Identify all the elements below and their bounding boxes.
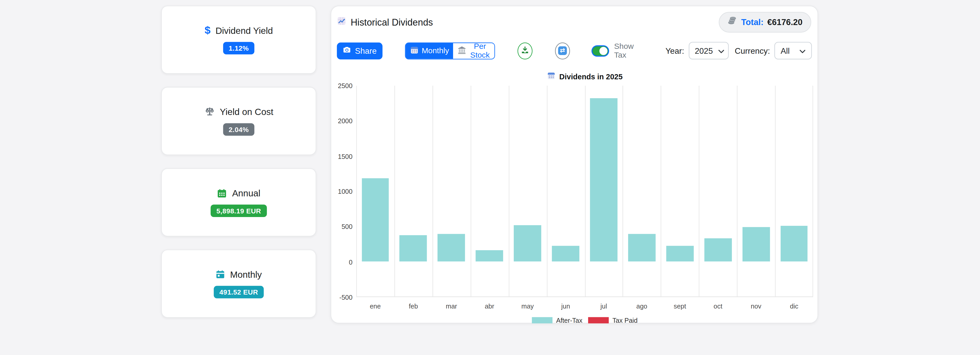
year-label: Year: — [665, 46, 684, 55]
gridline — [395, 86, 395, 297]
gridline — [813, 86, 813, 297]
gridline — [471, 86, 471, 297]
bar-after-tax-sept — [666, 246, 694, 261]
panel-title: Historical Dividends — [337, 16, 433, 28]
chart-area: 25002000150010005000-500 — [356, 86, 813, 297]
show-tax-toggle[interactable] — [592, 46, 608, 55]
toolbar: Share Monthly Per Stock — [331, 42, 817, 59]
gridline — [585, 86, 585, 297]
legend-item-tax-paid[interactable]: Tax Paid — [588, 317, 638, 324]
scale-icon — [204, 106, 215, 117]
stat-card-title: Monthly — [230, 269, 262, 279]
bar-after-tax-jul — [590, 98, 617, 261]
camera-icon — [343, 46, 352, 56]
total-label: Total: — [741, 17, 764, 27]
y-tick-label: 2000 — [332, 117, 352, 125]
stats-sidebar: $Dividend Yield1.12%Yield on Cost2.04%An… — [161, 6, 316, 318]
gridline — [356, 86, 357, 297]
total-value: €6176.20 — [767, 17, 802, 27]
y-tick-label: 2500 — [332, 82, 352, 90]
chevron-down-icon — [718, 46, 724, 55]
gridline — [547, 86, 547, 297]
stat-card-label-row: Yield on Cost — [204, 106, 274, 117]
bar-after-tax-may — [514, 225, 541, 261]
legend-label: Tax Paid — [612, 317, 638, 324]
chart-legend: After-TaxTax Paid — [356, 317, 813, 324]
stat-card-label-row: Monthly — [216, 269, 262, 279]
x-axis-labels: enefebmarabrmayjunjulagoseptoctnovdic — [356, 302, 813, 310]
legend-label: After-Tax — [556, 317, 582, 324]
x-tick-label-nov: nov — [737, 302, 775, 310]
gridline — [433, 86, 433, 297]
bar-after-tax-jun — [552, 246, 579, 261]
gridline — [775, 86, 776, 297]
currency-value: All — [781, 46, 790, 55]
repeat-icon: ⇄ — [558, 46, 567, 55]
calendar-icon — [217, 188, 227, 198]
stat-card-dividend-yield: $Dividend Yield1.12% — [161, 6, 316, 74]
panel-header: Historical Dividends Total: €6176.20 — [331, 6, 817, 34]
share-label: Share — [355, 46, 377, 55]
x-tick-label-ago: ago — [623, 302, 661, 310]
y-tick-label: 1500 — [332, 152, 352, 160]
chart-title: Dividends in 2025 — [356, 71, 813, 82]
stat-card-yield-on-cost: Yield on Cost2.04% — [161, 87, 316, 155]
y-tick-label: -500 — [332, 293, 352, 301]
panel-title-text: Historical Dividends — [351, 16, 433, 27]
view-toggle: Monthly Per Stock — [405, 42, 495, 59]
bar-after-tax-mar — [438, 234, 465, 261]
year-select[interactable]: 2025 — [689, 42, 729, 59]
y-tick-label: 0 — [332, 258, 352, 265]
legend-swatch — [588, 317, 609, 323]
bar-after-tax-nov — [742, 227, 770, 261]
monthly-value-badge: 491.52 EUR — [214, 286, 264, 298]
annual-value-badge: 5,898.19 EUR — [211, 204, 267, 216]
view-monthly-button[interactable]: Monthly — [405, 43, 453, 59]
stat-card-label-row: Annual — [217, 188, 260, 198]
view-monthly-label: Monthly — [422, 46, 449, 55]
x-tick-label-may: may — [509, 302, 547, 310]
gridline — [737, 86, 737, 297]
gridline — [699, 86, 699, 297]
dividend-yield-value-badge: 1.12% — [223, 42, 255, 54]
bar-after-tax-dic — [780, 225, 808, 261]
chart-plot-area: 25002000150010005000-500 — [356, 86, 813, 297]
historical-dividends-panel: Historical Dividends Total: €6176.20 Sha… — [331, 6, 818, 323]
coins-icon — [727, 16, 738, 28]
total-pill: Total: €6176.20 — [719, 12, 811, 32]
share-button[interactable]: Share — [337, 42, 382, 59]
chart-title-text: Dividends in 2025 — [559, 72, 622, 81]
legend-item-after-tax[interactable]: After-Tax — [532, 317, 582, 324]
bar-after-tax-ene — [362, 179, 389, 261]
stat-card-monthly: Monthly491.52 EUR — [161, 249, 316, 318]
download-button[interactable] — [518, 42, 532, 59]
calendar-icon — [410, 45, 418, 56]
download-icon — [521, 45, 530, 56]
show-tax-control: Show Tax — [592, 42, 643, 59]
currency-label: Currency: — [735, 46, 770, 55]
view-per-stock-button[interactable]: Per Stock — [453, 43, 495, 59]
x-tick-label-jul: jul — [585, 302, 623, 310]
x-tick-label-dic: dic — [775, 302, 813, 310]
gridline — [661, 86, 661, 297]
x-tick-label-abr: abr — [470, 302, 508, 310]
stat-card-title: Dividend Yield — [216, 25, 273, 35]
bank-icon — [458, 45, 466, 56]
bar-after-tax-ago — [628, 234, 655, 261]
bar-after-tax-abr — [476, 250, 503, 261]
refresh-button[interactable]: ⇄ — [555, 42, 570, 59]
show-tax-label: Show Tax — [614, 42, 643, 59]
x-tick-label-mar: mar — [433, 302, 470, 310]
stat-card-label-row: $Dividend Yield — [204, 25, 273, 36]
calendar-icon — [547, 71, 555, 82]
app-root: $Dividend Yield1.12%Yield on Cost2.04%An… — [0, 0, 980, 355]
currency-select[interactable]: All — [774, 42, 812, 59]
toggle-knob — [599, 46, 607, 54]
chart-increasing-icon — [337, 16, 346, 28]
filters: Year: 2025 Currency: All — [665, 42, 812, 59]
calendar-day-icon — [216, 269, 225, 279]
y-tick-label: 500 — [332, 223, 352, 230]
legend-swatch — [532, 317, 552, 323]
y-tick-label: 1000 — [332, 187, 352, 195]
stat-card-title: Annual — [232, 188, 260, 198]
